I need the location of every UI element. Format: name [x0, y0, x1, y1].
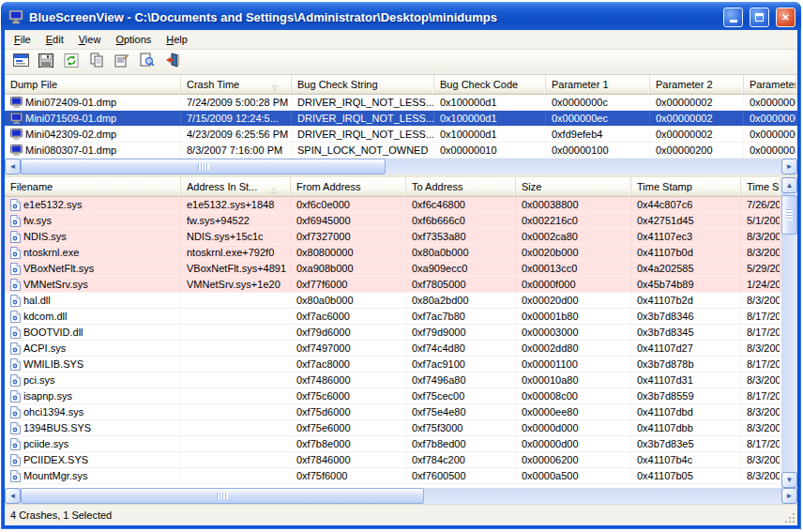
- column-header-filename[interactable]: Filename: [5, 177, 181, 196]
- table-row[interactable]: 1394BUS.SYS0xf75e60000xf75f30000x0000d00…: [5, 420, 781, 436]
- table-row[interactable]: e1e5132.syse1e5132.sys+18480xf6c0e0000xf…: [5, 197, 781, 213]
- table-row[interactable]: Mini080307-01.dmp8/3/2007 7:16:00 PMSPIN…: [5, 143, 797, 159]
- cell: 1/24/20: [741, 277, 780, 293]
- driver-file-icon: [10, 454, 21, 466]
- scroll-up-icon[interactable]: ▲: [781, 177, 797, 193]
- cell: WMILIB.SYS: [5, 357, 181, 372]
- cell: 0x00008c00: [516, 388, 631, 404]
- cell: 0xf7353a80: [406, 229, 516, 245]
- column-header-parameter-3[interactable]: Parameter 3: [744, 75, 796, 94]
- scroll-thumb[interactable]: [21, 488, 424, 504]
- cell: 8/17/20: [741, 357, 780, 372]
- table-row[interactable]: VBoxNetFlt.sysVBoxNetFlt.sys+48910xa908b…: [5, 261, 781, 277]
- cell: 0x00013cc0: [516, 261, 631, 277]
- column-header-bug-check-string[interactable]: Bug Check String: [292, 75, 434, 94]
- table-row[interactable]: pci.sys0xf74860000xf7496a800x00010a800x4…: [5, 372, 781, 388]
- cell: MountMgr.sys: [5, 468, 181, 484]
- table-row[interactable]: pciide.sys0xf7b8e0000xf7b8ed000x00000d00…: [5, 436, 781, 452]
- exit-button[interactable]: [161, 52, 184, 73]
- table-row[interactable]: Mini042309-02.dmp4/23/2009 6:25:56 PMDRI…: [5, 127, 797, 143]
- cell: 0xf75d6000: [291, 404, 406, 420]
- advanced-options-button[interactable]: [9, 52, 32, 73]
- cell: 0xf7b8ed00: [406, 436, 516, 452]
- cell: 0xf7486000: [291, 372, 406, 388]
- cell: 0x00003000: [516, 325, 631, 341]
- table-row[interactable]: fw.sysfw.sys+945220xf69450000xf6b666c00x…: [5, 213, 781, 229]
- find-button[interactable]: [136, 52, 159, 73]
- table-row[interactable]: Mini072409-01.dmp7/24/2009 5:00:28 PMDRI…: [5, 95, 797, 111]
- driver-file-icon: [10, 215, 21, 227]
- cell: [181, 468, 291, 484]
- scroll-track[interactable]: [781, 193, 797, 472]
- menu-edit[interactable]: Edit: [38, 30, 71, 49]
- table-row[interactable]: Mini071509-01.dmp7/15/2009 12:24:5...DRI…: [5, 111, 797, 127]
- driver-file-icon: [10, 327, 21, 339]
- close-button[interactable]: ✕: [776, 8, 795, 27]
- driver-file-icon: [10, 358, 21, 371]
- refresh-button[interactable]: [60, 52, 83, 73]
- column-header-to-address[interactable]: To Address: [406, 177, 516, 196]
- crash-list-hscrollbar[interactable]: ◄ ►: [5, 159, 797, 175]
- scroll-thumb[interactable]: [21, 159, 386, 175]
- scroll-down-icon[interactable]: ▼: [781, 472, 797, 488]
- cell: [181, 325, 291, 341]
- table-row[interactable]: ohci1394.sys0xf75d60000xf75e4e800x0000ee…: [5, 404, 781, 420]
- column-header-time-stamp[interactable]: Time Stamp: [631, 177, 741, 196]
- cell: 0xa908b000: [291, 261, 406, 277]
- table-row[interactable]: hal.dll0x80a0b0000x80a2bd000x00020d000x4…: [5, 293, 781, 309]
- column-header-size[interactable]: Size: [516, 177, 631, 196]
- column-header-bug-check-code[interactable]: Bug Check Code: [434, 75, 546, 94]
- table-row[interactable]: WMILIB.SYS0xf7ac80000xf7ac91000x00001100…: [5, 357, 781, 372]
- cell: 0xf7497000: [291, 341, 406, 357]
- cell: 0x00000000: [744, 111, 796, 127]
- title-bar[interactable]: BlueScreenView - C:\Documents and Settin…: [1, 2, 801, 30]
- minimize-button[interactable]: [723, 8, 743, 27]
- properties-icon: [114, 53, 129, 71]
- table-row[interactable]: NDIS.sysNDIS.sys+15c1c0xf73270000xf7353a…: [5, 229, 781, 245]
- save-button[interactable]: [35, 52, 57, 73]
- driver-file-icon: [10, 279, 21, 291]
- scroll-left-icon[interactable]: ◄: [5, 159, 21, 175]
- cell: 0xf75cec00: [406, 388, 516, 404]
- menu-help[interactable]: Help: [159, 30, 195, 49]
- column-header-parameter-1[interactable]: Parameter 1: [546, 75, 650, 94]
- cell: 0x41107dbd: [631, 404, 741, 420]
- cell: fw.sys: [5, 213, 181, 229]
- driver-list-hscrollbar[interactable]: ◄ ►: [5, 488, 797, 504]
- column-header-dump-file[interactable]: Dump File: [5, 75, 181, 94]
- column-header-crash-time[interactable]: Crash Time▽: [181, 75, 292, 94]
- table-row[interactable]: PCIIDEX.SYS0xf78460000xf784c2000x0000620…: [5, 452, 781, 468]
- column-header-time-str[interactable]: Time Str: [741, 177, 780, 196]
- copy-button[interactable]: [85, 52, 108, 73]
- table-row[interactable]: MountMgr.sys0xf75f60000xf76005000x0000a5…: [5, 468, 781, 484]
- table-row[interactable]: ACPI.sys0xf74970000xf74c4d800x0002dd800x…: [5, 341, 781, 357]
- scroll-track[interactable]: [21, 488, 781, 504]
- scroll-right-icon[interactable]: ►: [781, 159, 797, 175]
- scroll-thumb[interactable]: [781, 195, 797, 235]
- cell: VBoxNetFlt.sys+4891: [181, 261, 291, 277]
- menu-file[interactable]: File: [7, 30, 38, 49]
- table-row[interactable]: isapnp.sys0xf75c60000xf75cec000x00008c00…: [5, 388, 781, 404]
- cell: 8/3/200: [741, 341, 780, 357]
- column-header-parameter-2[interactable]: Parameter 2: [650, 75, 744, 94]
- maximize-button[interactable]: [750, 8, 769, 27]
- scroll-right-icon[interactable]: ►: [781, 488, 797, 504]
- table-row[interactable]: ntoskrnl.exentoskrnl.exe+792f00x80800000…: [5, 245, 781, 261]
- cell: 0x0000a500: [516, 468, 631, 484]
- status-bar: 4 Crashes, 1 Selected: [5, 504, 797, 525]
- table-row[interactable]: VMNetSrv.sysVMNetSrv.sys+1e200xf77f60000…: [5, 277, 781, 293]
- cell: 0xf7496a80: [406, 372, 516, 388]
- scroll-track[interactable]: [21, 159, 781, 175]
- cell: 8/17/20: [741, 388, 780, 404]
- column-header-address-in-st[interactable]: Address In St...△: [181, 177, 291, 196]
- scroll-left-icon[interactable]: ◄: [5, 488, 21, 504]
- menu-view[interactable]: View: [71, 30, 109, 49]
- properties-button[interactable]: [111, 52, 133, 73]
- table-row[interactable]: BOOTVID.dll0xf79d60000xf79d90000x0000300…: [5, 325, 781, 341]
- menu-options[interactable]: Options: [108, 30, 159, 49]
- column-header-from-address[interactable]: From Address: [291, 177, 406, 196]
- cell: 0x44c807c6: [631, 197, 741, 213]
- resize-grip[interactable]: [783, 511, 795, 524]
- driver-list-vscrollbar[interactable]: ▲ ▼: [781, 177, 797, 488]
- table-row[interactable]: kdcom.dll0xf7ac60000xf7ac7b800x00001b800…: [5, 309, 781, 325]
